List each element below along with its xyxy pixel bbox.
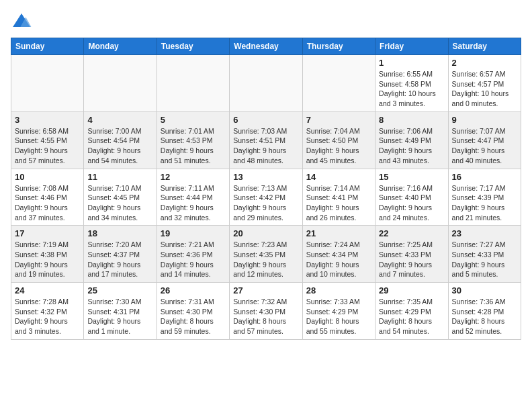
weekday-header-tuesday: Tuesday	[157, 38, 229, 55]
day-number: 29	[379, 285, 444, 295]
day-number: 12	[161, 172, 226, 182]
day-info: Sunrise: 7:27 AM Sunset: 4:33 PM Dayligh…	[452, 240, 517, 279]
day-info: Sunrise: 7:35 AM Sunset: 4:29 PM Dayligh…	[379, 297, 444, 336]
calendar-cell	[84, 55, 157, 112]
day-number: 24	[15, 285, 80, 295]
day-info: Sunrise: 6:57 AM Sunset: 4:57 PM Dayligh…	[452, 69, 517, 109]
day-info: Sunrise: 7:17 AM Sunset: 4:39 PM Dayligh…	[452, 183, 517, 223]
day-info: Sunrise: 7:33 AM Sunset: 4:29 PM Dayligh…	[306, 297, 371, 336]
day-number: 3	[15, 115, 80, 125]
day-info: Sunrise: 7:25 AM Sunset: 4:33 PM Dayligh…	[379, 240, 444, 279]
logo-icon	[11, 11, 32, 32]
day-number: 25	[87, 285, 152, 295]
day-number: 4	[87, 115, 152, 125]
calendar-cell: 22Sunrise: 7:25 AM Sunset: 4:33 PM Dayli…	[375, 226, 448, 283]
day-info: Sunrise: 7:32 AM Sunset: 4:30 PM Dayligh…	[233, 297, 298, 336]
day-number: 1	[379, 58, 444, 68]
calendar-cell: 19Sunrise: 7:21 AM Sunset: 4:36 PM Dayli…	[157, 226, 229, 283]
weekday-header-monday: Monday	[84, 38, 157, 55]
day-info: Sunrise: 7:07 AM Sunset: 4:47 PM Dayligh…	[452, 126, 517, 166]
calendar-cell: 21Sunrise: 7:24 AM Sunset: 4:34 PM Dayli…	[302, 226, 375, 283]
calendar-cell: 1Sunrise: 6:55 AM Sunset: 4:58 PM Daylig…	[375, 55, 448, 112]
calendar-cell: 13Sunrise: 7:13 AM Sunset: 4:42 PM Dayli…	[230, 169, 302, 226]
calendar-week-row: 17Sunrise: 7:19 AM Sunset: 4:38 PM Dayli…	[11, 226, 521, 283]
day-info: Sunrise: 6:55 AM Sunset: 4:58 PM Dayligh…	[379, 69, 444, 109]
weekday-header-sunday: Sunday	[11, 38, 84, 55]
calendar-cell: 12Sunrise: 7:11 AM Sunset: 4:44 PM Dayli…	[157, 169, 229, 226]
calendar-cell: 17Sunrise: 7:19 AM Sunset: 4:38 PM Dayli…	[11, 226, 84, 283]
calendar-week-row: 10Sunrise: 7:08 AM Sunset: 4:46 PM Dayli…	[11, 169, 521, 226]
day-info: Sunrise: 7:31 AM Sunset: 4:30 PM Dayligh…	[161, 297, 226, 336]
day-number: 6	[233, 115, 298, 125]
day-number: 23	[452, 228, 517, 238]
calendar-header-row: SundayMondayTuesdayWednesdayThursdayFrid…	[11, 38, 521, 55]
day-number: 5	[161, 115, 226, 125]
calendar-cell: 5Sunrise: 7:01 AM Sunset: 4:53 PM Daylig…	[157, 111, 229, 169]
day-number: 18	[87, 228, 152, 238]
day-number: 9	[452, 115, 517, 125]
calendar-cell: 9Sunrise: 7:07 AM Sunset: 4:47 PM Daylig…	[448, 111, 521, 169]
calendar-cell: 8Sunrise: 7:06 AM Sunset: 4:49 PM Daylig…	[375, 111, 448, 169]
calendar-cell: 26Sunrise: 7:31 AM Sunset: 4:30 PM Dayli…	[157, 283, 229, 340]
day-info: Sunrise: 7:01 AM Sunset: 4:53 PM Dayligh…	[161, 126, 226, 166]
weekday-header-saturday: Saturday	[448, 38, 521, 55]
day-info: Sunrise: 7:11 AM Sunset: 4:44 PM Dayligh…	[161, 183, 226, 223]
calendar-cell: 28Sunrise: 7:33 AM Sunset: 4:29 PM Dayli…	[302, 283, 375, 340]
calendar-cell: 15Sunrise: 7:16 AM Sunset: 4:40 PM Dayli…	[375, 169, 448, 226]
day-info: Sunrise: 7:08 AM Sunset: 4:46 PM Dayligh…	[15, 183, 80, 223]
calendar-cell: 14Sunrise: 7:14 AM Sunset: 4:41 PM Dayli…	[302, 169, 375, 226]
calendar-week-row: 24Sunrise: 7:28 AM Sunset: 4:32 PM Dayli…	[11, 283, 521, 340]
day-info: Sunrise: 7:21 AM Sunset: 4:36 PM Dayligh…	[161, 240, 226, 279]
day-number: 30	[452, 285, 517, 295]
day-info: Sunrise: 7:36 AM Sunset: 4:28 PM Dayligh…	[452, 297, 517, 336]
calendar-cell	[302, 55, 375, 112]
calendar-cell	[157, 55, 229, 112]
calendar-cell: 7Sunrise: 7:04 AM Sunset: 4:50 PM Daylig…	[302, 111, 375, 169]
day-info: Sunrise: 7:00 AM Sunset: 4:54 PM Dayligh…	[87, 126, 152, 166]
calendar-cell: 20Sunrise: 7:23 AM Sunset: 4:35 PM Dayli…	[230, 226, 302, 283]
day-number: 22	[379, 228, 444, 238]
day-info: Sunrise: 7:20 AM Sunset: 4:37 PM Dayligh…	[87, 240, 152, 279]
weekday-header-friday: Friday	[375, 38, 448, 55]
day-number: 19	[161, 228, 226, 238]
calendar-cell: 4Sunrise: 7:00 AM Sunset: 4:54 PM Daylig…	[84, 111, 157, 169]
day-number: 10	[15, 172, 80, 182]
calendar-cell	[230, 55, 302, 112]
header	[11, 11, 521, 32]
calendar-week-row: 1Sunrise: 6:55 AM Sunset: 4:58 PM Daylig…	[11, 55, 521, 112]
day-number: 26	[161, 285, 226, 295]
calendar-cell: 27Sunrise: 7:32 AM Sunset: 4:30 PM Dayli…	[230, 283, 302, 340]
day-number: 15	[379, 172, 444, 182]
day-number: 28	[306, 285, 371, 295]
calendar-cell	[11, 55, 84, 112]
day-number: 13	[233, 172, 298, 182]
calendar: SundayMondayTuesdayWednesdayThursdayFrid…	[11, 38, 521, 340]
day-info: Sunrise: 7:24 AM Sunset: 4:34 PM Dayligh…	[306, 240, 371, 279]
calendar-cell: 3Sunrise: 6:58 AM Sunset: 4:55 PM Daylig…	[11, 111, 84, 169]
day-number: 11	[87, 172, 152, 182]
day-number: 2	[452, 58, 517, 68]
day-number: 20	[233, 228, 298, 238]
calendar-cell: 2Sunrise: 6:57 AM Sunset: 4:57 PM Daylig…	[448, 55, 521, 112]
day-info: Sunrise: 7:16 AM Sunset: 4:40 PM Dayligh…	[379, 183, 444, 223]
day-info: Sunrise: 7:30 AM Sunset: 4:31 PM Dayligh…	[87, 297, 152, 336]
day-number: 17	[15, 228, 80, 238]
weekday-header-thursday: Thursday	[302, 38, 375, 55]
calendar-cell: 16Sunrise: 7:17 AM Sunset: 4:39 PM Dayli…	[448, 169, 521, 226]
logo	[11, 11, 35, 32]
day-number: 8	[379, 115, 444, 125]
calendar-cell: 30Sunrise: 7:36 AM Sunset: 4:28 PM Dayli…	[448, 283, 521, 340]
day-number: 27	[233, 285, 298, 295]
day-info: Sunrise: 7:03 AM Sunset: 4:51 PM Dayligh…	[233, 126, 298, 166]
day-number: 14	[306, 172, 371, 182]
day-info: Sunrise: 7:28 AM Sunset: 4:32 PM Dayligh…	[15, 297, 80, 336]
day-info: Sunrise: 7:19 AM Sunset: 4:38 PM Dayligh…	[15, 240, 80, 279]
day-info: Sunrise: 7:04 AM Sunset: 4:50 PM Dayligh…	[306, 126, 371, 166]
day-info: Sunrise: 7:06 AM Sunset: 4:49 PM Dayligh…	[379, 126, 444, 166]
calendar-cell: 24Sunrise: 7:28 AM Sunset: 4:32 PM Dayli…	[11, 283, 84, 340]
day-info: Sunrise: 7:10 AM Sunset: 4:45 PM Dayligh…	[87, 183, 152, 223]
calendar-week-row: 3Sunrise: 6:58 AM Sunset: 4:55 PM Daylig…	[11, 111, 521, 169]
day-number: 21	[306, 228, 371, 238]
calendar-cell: 11Sunrise: 7:10 AM Sunset: 4:45 PM Dayli…	[84, 169, 157, 226]
day-number: 7	[306, 115, 371, 125]
